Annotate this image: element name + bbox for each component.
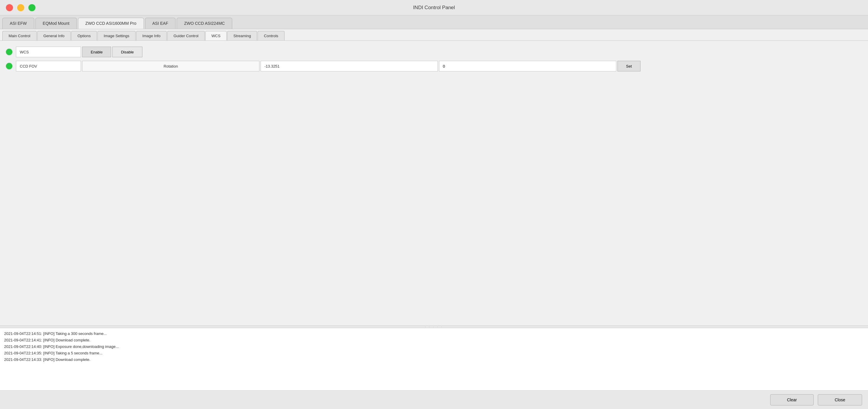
log-entry: 2021-09-04T22:14:33: [INFO] Download com…: [4, 356, 864, 363]
close-window-button[interactable]: [6, 4, 13, 11]
set-button[interactable]: Set: [617, 61, 641, 71]
footer: Clear Close: [0, 390, 868, 409]
panel-tabs: Main Control General Info Options Image …: [0, 29, 868, 41]
tab-streaming[interactable]: Streaming: [227, 31, 257, 40]
wcs-label: WCS: [16, 47, 81, 57]
tab-image-info[interactable]: Image Info: [136, 31, 167, 40]
tab-image-settings[interactable]: Image Settings: [97, 31, 135, 40]
device-tab-asi-efw[interactable]: ASI EFW: [2, 18, 34, 29]
log-entry: 2021-09-04T22:14:51: [INFO] Taking a 300…: [4, 331, 864, 337]
tab-wcs[interactable]: WCS: [205, 31, 226, 40]
close-button[interactable]: Close: [818, 394, 862, 405]
rotation-input[interactable]: [439, 61, 616, 71]
window-title: INDI Control Panel: [413, 5, 455, 11]
ccd-fov-status-dot: [6, 63, 12, 69]
device-tab-zwo-ccd-asi224mc[interactable]: ZWO CCD ASI224MC: [177, 18, 232, 29]
ccd-fov-label: CCD FOV: [16, 61, 81, 71]
tab-controls[interactable]: Controls: [258, 31, 284, 40]
log-entry: 2021-09-04T22:14:40: [INFO] Exposure don…: [4, 343, 864, 350]
disable-button[interactable]: Disable: [112, 47, 142, 57]
log-scroll-wrapper: 2021-09-04T22:14:51: [INFO] Taking a 300…: [0, 328, 868, 390]
ccd-fov-row: CCD FOV Rotation -13.3251 Set: [6, 61, 862, 71]
log-content[interactable]: 2021-09-04T22:14:51: [INFO] Taking a 300…: [0, 328, 868, 390]
window-controls: [6, 4, 35, 11]
minimize-window-button[interactable]: [17, 4, 24, 11]
tab-general-info[interactable]: General Info: [37, 31, 71, 40]
device-tab-zwo-ccd-asi1600mm[interactable]: ZWO CCD ASI1600MM Pro: [78, 18, 144, 29]
log-resizer[interactable]: · · · · ·: [0, 326, 868, 328]
rotation-label: Rotation: [82, 61, 259, 71]
title-bar: INDI Control Panel: [0, 0, 868, 15]
log-area: · · · · · 2021-09-04T22:14:51: [INFO] Ta…: [0, 326, 868, 390]
device-tab-asi-eaf[interactable]: ASI EAF: [145, 18, 176, 29]
clear-button[interactable]: Clear: [770, 394, 814, 405]
wcs-status-dot: [6, 49, 12, 55]
log-entry: 2021-09-04T22:14:41: [INFO] Download com…: [4, 337, 864, 343]
rotation-value: -13.3251: [260, 61, 438, 71]
tab-guider-control[interactable]: Guider Control: [167, 31, 205, 40]
tab-main-control[interactable]: Main Control: [2, 31, 37, 40]
log-entry: 2021-09-04T22:14:35: [INFO] Taking a 5 s…: [4, 350, 864, 356]
tab-options[interactable]: Options: [71, 31, 97, 40]
maximize-window-button[interactable]: [28, 4, 35, 11]
main-content: WCS Enable Disable CCD FOV Rotation -13.…: [0, 41, 868, 326]
device-tab-eqmod-mount[interactable]: EQMod Mount: [35, 18, 77, 29]
enable-button[interactable]: Enable: [82, 47, 111, 57]
wcs-row: WCS Enable Disable: [6, 47, 862, 57]
device-tabs: ASI EFW EQMod Mount ZWO CCD ASI1600MM Pr…: [0, 15, 868, 29]
